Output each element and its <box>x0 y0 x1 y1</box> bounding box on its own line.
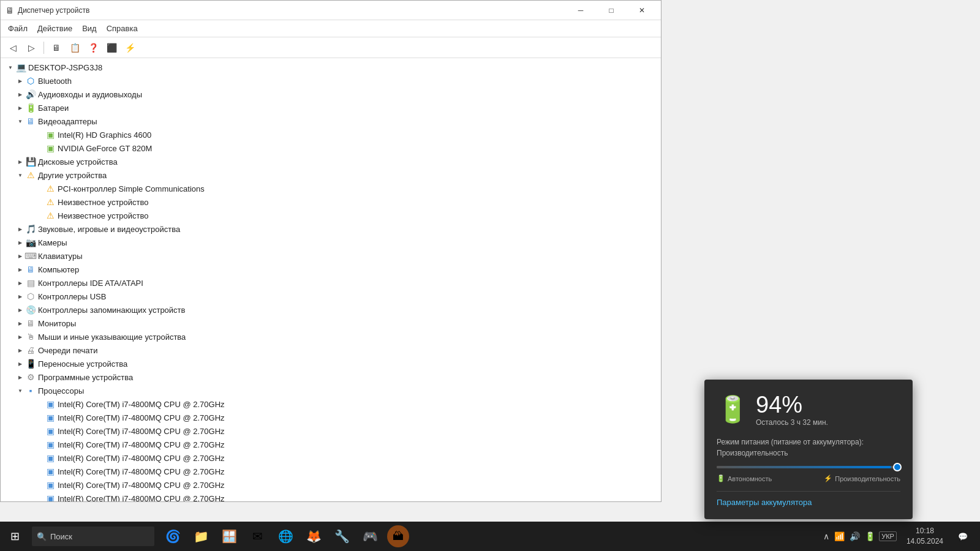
taskbar-search[interactable]: 🔍 Поиск <box>32 527 154 546</box>
cpu8-label: Intel(R) Core(TM) i7-4800MQ CPU @ 2.70GH… <box>58 494 225 502</box>
gpu2-label: NVIDIA GeForce GT 820M <box>58 144 152 153</box>
tree-item-other[interactable]: ⚠ Другие устройства <box>1 168 661 182</box>
tree-item-software[interactable]: ⚙ Программные устройства <box>1 370 661 384</box>
tree-item-mouse[interactable]: 🖱 Мыши и иные указывающие устройства <box>1 330 661 343</box>
taskbar-app-store[interactable]: 🪟 <box>216 523 243 550</box>
tree-item-monitor[interactable]: 🖥 Мониторы <box>1 317 661 330</box>
tree-item-cpu1[interactable]: ▣ Intel(R) Core(TM) i7-4800MQ CPU @ 2.70… <box>1 397 661 411</box>
toolbar-forward[interactable]: ▷ <box>23 40 40 56</box>
menu-help[interactable]: Справка <box>102 22 143 35</box>
tree-item-keyboard[interactable]: ⌨ Клавиатуры <box>1 249 661 263</box>
battery-slider-fill <box>717 466 891 468</box>
tree-item-cpu8[interactable]: ▣ Intel(R) Core(TM) i7-4800MQ CPU @ 2.70… <box>1 492 661 501</box>
tree-item-usb[interactable]: ⬡ Контроллеры USB <box>1 290 661 303</box>
maximize-button[interactable]: □ <box>597 2 625 18</box>
ide-icon: ▤ <box>25 277 36 288</box>
menu-action[interactable]: Действие <box>32 22 77 35</box>
cpu2-label: Intel(R) Core(TM) i7-4800MQ CPU @ 2.70GH… <box>58 413 225 422</box>
tree-item-portable[interactable]: 📱 Переносные устройства <box>1 357 661 370</box>
tree-item-pci[interactable]: ⚠ PCI-контроллер Simple Communications <box>1 182 661 195</box>
battery-slider-thumb[interactable] <box>893 463 902 471</box>
close-button[interactable]: ✕ <box>628 2 656 18</box>
battery-label: Батареи <box>38 103 69 113</box>
tree-item-camera[interactable]: 📷 Камеры <box>1 236 661 249</box>
tree-item-unknown2[interactable]: ⚠ Неизвестное устройство <box>1 209 661 222</box>
menu-view[interactable]: Вид <box>77 22 102 35</box>
audio-expand-icon <box>15 89 25 99</box>
audio-label: Аудиовходы и аудиовыходы <box>38 90 142 99</box>
tree-item-print[interactable]: 🖨 Очереди печати <box>1 343 661 357</box>
battery-mode-label: Режим питания (питание от аккумулятора): <box>717 438 864 446</box>
tree-item-cpu2[interactable]: ▣ Intel(R) Core(TM) i7-4800MQ CPU @ 2.70… <box>1 411 661 424</box>
window-icon: 🖥 <box>6 6 14 15</box>
tree-item-cpu6[interactable]: ▣ Intel(R) Core(TM) i7-4800MQ CPU @ 2.70… <box>1 465 661 478</box>
software-expand-icon <box>15 372 25 382</box>
tree-item-gpu1[interactable]: ▣ Intel(R) HD Graphics 4600 <box>1 128 661 141</box>
tree-item-cpu7[interactable]: ▣ Intel(R) Core(TM) i7-4800MQ CPU @ 2.70… <box>1 478 661 492</box>
tray-battery-icon[interactable]: 🔋 <box>864 530 876 542</box>
storage-icon: 💿 <box>25 304 36 315</box>
tree-item-display[interactable]: 🖥 Видеоадаптеры <box>1 114 661 128</box>
tree-item-sound[interactable]: 🎵 Звуковые, игровые и видеоустройства <box>1 222 661 236</box>
camera-icon: 📷 <box>25 237 36 248</box>
performance-icon: ⚡ <box>824 474 832 482</box>
toolbar-btn2[interactable]: 📋 <box>66 40 83 56</box>
tray-sound-icon[interactable]: 🔊 <box>848 530 861 542</box>
notification-button[interactable]: 💬 <box>951 522 975 551</box>
tree-item-unknown1[interactable]: ⚠ Неизвестное устройство <box>1 195 661 209</box>
tray-network-icon[interactable]: 📶 <box>833 530 846 542</box>
tree-item-battery[interactable]: 🔋 Батареи <box>1 101 661 114</box>
bluetooth-expand-icon <box>15 76 25 86</box>
tree-item-gpu2[interactable]: ▣ NVIDIA GeForce GT 820M <box>1 141 661 155</box>
tree-root[interactable]: 💻 DESKTOP-JSPG3J8 <box>1 61 661 74</box>
storage-label: Контроллеры запоминающих устройств <box>38 305 185 315</box>
battery-settings-section: Параметры аккумулятора <box>717 491 900 507</box>
taskbar-app-game[interactable]: 🎮 <box>356 523 383 550</box>
root-expand-icon <box>6 62 15 72</box>
taskbar-app-settings[interactable]: 🔧 <box>328 523 355 550</box>
toolbar-btn4[interactable]: ⬛ <box>103 40 120 56</box>
display-expand-icon <box>15 116 25 126</box>
tree-item-audio[interactable]: 🔊 Аудиовходы и аудиовыходы <box>1 88 661 101</box>
battery-slider-container[interactable] <box>717 466 900 468</box>
toolbar-btn1[interactable]: 🖥 <box>48 40 65 56</box>
print-icon: 🖨 <box>25 345 36 356</box>
clock[interactable]: 10:18 14.05.2024 <box>902 523 948 549</box>
toolbar-back[interactable]: ◁ <box>4 40 21 56</box>
tree-item-bluetooth[interactable]: ⬡ Bluetooth <box>1 74 661 88</box>
tree-item-cpu4[interactable]: ▣ Intel(R) Core(TM) i7-4800MQ CPU @ 2.70… <box>1 438 661 451</box>
battery-popup-top: 🔋 94% Осталось 3 ч 32 мин. <box>717 392 900 427</box>
print-label: Очереди печати <box>38 346 98 355</box>
sound-icon: 🎵 <box>25 223 36 234</box>
start-button[interactable]: ⊞ <box>0 522 29 551</box>
tray-show-icon[interactable]: ∧ <box>822 530 831 542</box>
tree-item-cpu[interactable]: ▪ Процессоры <box>1 384 661 397</box>
tree-item-ide[interactable]: ▤ Контроллеры IDE ATA/ATAPI <box>1 276 661 290</box>
battery-settings-link[interactable]: Параметры аккумулятора <box>717 498 812 507</box>
minimize-button[interactable]: ─ <box>567 2 595 18</box>
tree-item-computer[interactable]: 🖥 Компьютер <box>1 263 661 276</box>
bluetooth-icon: ⬡ <box>25 75 36 86</box>
taskbar-app-cortana[interactable]: 🌀 <box>159 523 186 550</box>
taskbar-app-edge[interactable]: 🌐 <box>272 523 299 550</box>
toolbar-btn5[interactable]: ⚡ <box>121 40 138 56</box>
monitor-expand-icon <box>15 318 25 328</box>
cpu-icon: ▪ <box>25 385 36 396</box>
toolbar-btn3[interactable]: ❓ <box>85 40 102 56</box>
tree-item-cpu3[interactable]: ▣ Intel(R) Core(TM) i7-4800MQ CPU @ 2.70… <box>1 424 661 438</box>
taskbar-app-firefox[interactable]: 🦊 <box>300 523 327 550</box>
taskbar-app-explorer[interactable]: 📁 <box>187 523 214 550</box>
tree-item-storage[interactable]: 💿 Контроллеры запоминающих устройств <box>1 303 661 317</box>
battery-slider-track <box>717 466 900 468</box>
menu-file[interactable]: Файл <box>3 22 32 35</box>
bluetooth-label: Bluetooth <box>38 77 72 86</box>
display-icon: 🖥 <box>25 116 36 127</box>
tray-kb-icon[interactable]: УКР <box>879 531 897 541</box>
taskbar-app-explorer2[interactable]: 🏔 <box>385 523 412 550</box>
keyboard-icon: ⌨ <box>25 250 36 261</box>
taskbar-app-mail[interactable]: ✉ <box>244 523 271 550</box>
tree-item-disk[interactable]: 💾 Дисковые устройства <box>1 155 661 168</box>
mouse-expand-icon <box>15 332 25 342</box>
tree-item-cpu5[interactable]: ▣ Intel(R) Core(TM) i7-4800MQ CPU @ 2.70… <box>1 451 661 465</box>
battery-performance-label: ⚡ Производительность <box>824 474 900 482</box>
